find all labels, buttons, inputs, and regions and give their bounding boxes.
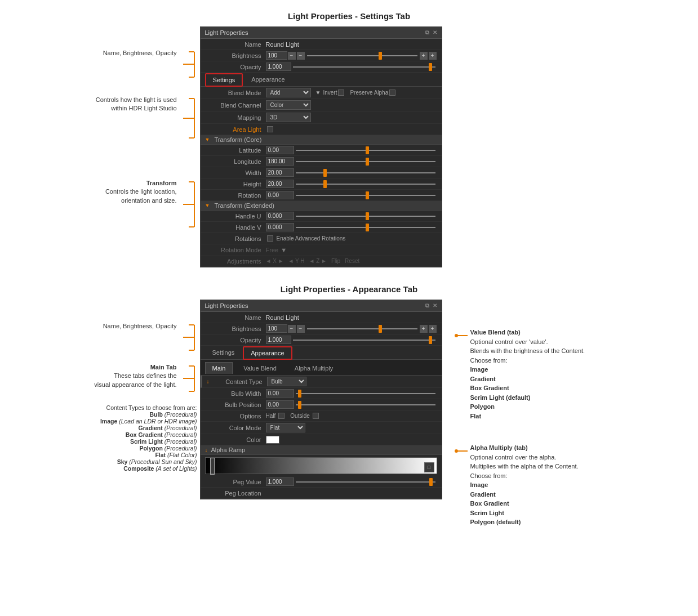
handle-u-row: Handle U: [201, 211, 442, 222]
panel2-titlebar: Light Properties ⧉ ✕: [201, 300, 442, 312]
peg-value-input[interactable]: [266, 477, 294, 486]
longitude-input[interactable]: [266, 157, 294, 166]
options-label: Options: [205, 413, 261, 419]
opacity2-input[interactable]: [266, 336, 291, 344]
opacity2-slider[interactable]: [291, 340, 437, 341]
section1-panel: Light Properties ⧉ ✕ Name Round Light Br…: [200, 26, 442, 267]
mapping-select[interactable]: 3D: [266, 113, 311, 122]
brightness-slider[interactable]: [305, 55, 419, 56]
right-bracket1: [454, 330, 470, 341]
bulb-width-input[interactable]: [266, 389, 294, 398]
alpha-ramp-box[interactable]: □: [424, 462, 434, 472]
brightness-plus2-btn[interactable]: +: [429, 52, 437, 60]
brightness-track: [307, 55, 417, 56]
s2-annot1: Name, Brightness, Opacity: [103, 322, 177, 331]
handle-u-marker: [366, 212, 369, 220]
tab2-settings[interactable]: Settings: [205, 346, 242, 360]
right-annot1-text: Value Blend (tab) Optional control over …: [470, 328, 585, 421]
color-swatch[interactable]: [266, 436, 279, 444]
brightness-input[interactable]: [266, 51, 287, 60]
bulb-width-row: Bulb Width: [201, 388, 442, 399]
brightness2-minus2-btn[interactable]: −: [297, 325, 305, 333]
outside-checkbox[interactable]: [313, 413, 319, 419]
s1-annot3: Transform Controls the light location,or…: [105, 179, 177, 205]
restore-icon2[interactable]: ⧉: [425, 302, 429, 309]
rotations-row: Rotations Enable Advanced Rotations: [201, 233, 442, 244]
panel2-name-row: Name Round Light: [201, 312, 442, 323]
peg-value-slider[interactable]: [294, 481, 437, 483]
blend-mode-row: Blend Mode Add ▼ Invert Preserve Alpha: [201, 87, 442, 99]
handle-v-slider[interactable]: [294, 227, 437, 228]
subtab-alpha-multiply[interactable]: Alpha Multiply: [287, 362, 340, 374]
brightness2-marker: [379, 325, 382, 333]
options-row: Options Half Outside: [201, 410, 442, 422]
alpha-ramp-box-icon: □: [428, 465, 430, 470]
section2-right-annotations: Value Blend (tab) Optional control over …: [442, 300, 623, 527]
brightness-minus2-btn[interactable]: −: [297, 52, 305, 60]
latitude-slider[interactable]: [294, 150, 437, 151]
tab-appearance[interactable]: Appearance: [244, 73, 292, 87]
subtab-value-blend[interactable]: Value Blend: [236, 362, 284, 374]
brightness2-plus2-btn[interactable]: +: [429, 325, 437, 333]
handle-v-input[interactable]: [266, 223, 294, 231]
height-slider[interactable]: [294, 184, 437, 185]
bulb-width-slider[interactable]: [294, 393, 437, 394]
rotation-slider[interactable]: [294, 195, 437, 196]
close-icon2[interactable]: ✕: [433, 302, 437, 309]
brightness-minus-btn[interactable]: −: [288, 52, 296, 60]
panel1-icons: ⧉ ✕: [425, 29, 437, 36]
handle-u-slider[interactable]: [294, 216, 437, 217]
content-type-arrow: ↓: [207, 378, 210, 385]
brightness-plus-btn[interactable]: +: [420, 52, 428, 60]
preserve-alpha-checkbox[interactable]: [389, 90, 395, 96]
height-track: [296, 184, 435, 185]
panel2-brightness-row: Brightness − − + +: [201, 323, 442, 334]
content-type-select[interactable]: Bulb: [267, 377, 306, 386]
blend-channel-label: Blend Channel: [205, 102, 261, 109]
triangle-ext-icon: ▼: [205, 203, 210, 208]
opacity2-track: [293, 340, 435, 341]
area-light-checkbox[interactable]: [267, 126, 273, 132]
brightness2-input[interactable]: [266, 324, 287, 333]
opacity-slider[interactable]: [291, 66, 437, 68]
bulb-position-label: Bulb Position: [205, 401, 261, 408]
adv-rot-checkbox[interactable]: [267, 235, 273, 242]
content-type-row: ↓ Content Type Bulb: [201, 376, 442, 388]
brightness2-plus-btn[interactable]: +: [420, 325, 428, 333]
handle-v-track: [296, 227, 435, 228]
subtab-main[interactable]: Main: [205, 362, 233, 374]
handle-v-row: Handle V: [201, 222, 442, 233]
panel1-title: Light Properties: [205, 29, 248, 36]
name2-value: Round Light: [266, 314, 299, 321]
invert-checkbox[interactable]: [338, 90, 344, 96]
height-input[interactable]: [266, 180, 294, 188]
blend-channel-select[interactable]: Color: [266, 100, 311, 110]
panel2-opacity-row: Opacity: [201, 334, 442, 346]
width-row: Width: [201, 167, 442, 178]
color-mode-select[interactable]: Flat: [266, 423, 305, 432]
half-checkbox[interactable]: [278, 413, 284, 419]
rotation-input[interactable]: [266, 191, 294, 199]
opacity2-label: Opacity: [205, 337, 261, 343]
name2-label: Name: [205, 314, 261, 321]
close-icon[interactable]: ✕: [433, 29, 437, 36]
tab2-appearance[interactable]: Appearance: [243, 346, 292, 360]
rotation-track: [296, 195, 435, 196]
s1-bracket1: [180, 49, 197, 80]
width-slider[interactable]: [294, 172, 437, 173]
brightness2-slider[interactable]: [305, 328, 419, 329]
tab-settings[interactable]: Settings: [205, 73, 243, 87]
blend-mode-select[interactable]: Add: [266, 88, 311, 97]
alpha-ramp-visual[interactable]: □: [205, 457, 437, 474]
opacity-input[interactable]: [266, 63, 291, 71]
brightness2-minus-btn[interactable]: −: [288, 325, 296, 333]
bulb-position-input[interactable]: [266, 400, 294, 409]
bulb-position-slider[interactable]: [294, 404, 437, 405]
handle-u-input[interactable]: [266, 212, 294, 220]
restore-icon[interactable]: ⧉: [425, 29, 429, 36]
width-label: Width: [205, 169, 261, 176]
blend-mode-label: Blend Mode: [205, 90, 261, 96]
latitude-input[interactable]: [266, 146, 294, 154]
width-input[interactable]: [266, 168, 294, 177]
longitude-slider[interactable]: [294, 161, 437, 162]
